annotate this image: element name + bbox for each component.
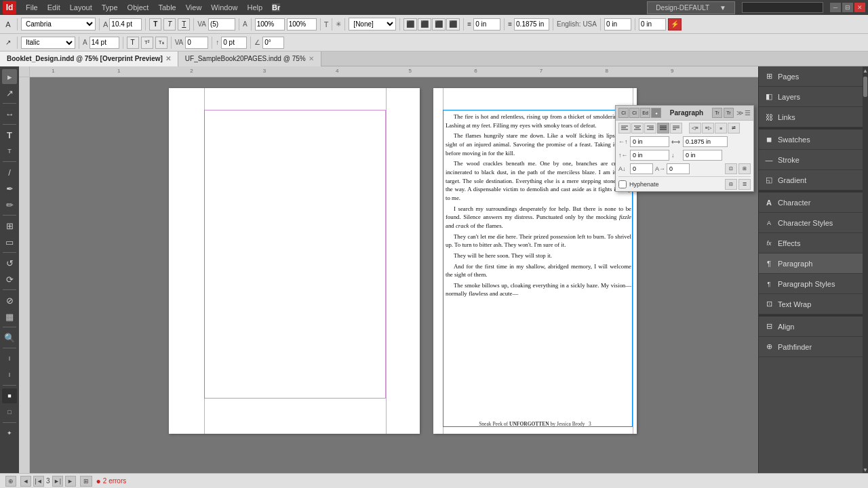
menu-type[interactable]: Type	[98, 2, 122, 13]
zoom-tool[interactable]: 🔍	[2, 330, 17, 345]
fill-color[interactable]: ■	[2, 388, 17, 403]
pp-tab-para[interactable]: ⬥	[651, 108, 661, 118]
skew-input[interactable]	[262, 37, 284, 49]
tracking2-input[interactable]	[185, 37, 208, 49]
align-balance-btn[interactable]: ⇌	[728, 123, 740, 134]
y-offset-input[interactable]	[639, 18, 666, 30]
design-mode-selector[interactable]: Design-DEFAULT ▼	[647, 1, 735, 14]
direct-select-tool[interactable]: ↗	[2, 85, 17, 100]
pp-expand-btn[interactable]: ≫	[736, 109, 743, 117]
pp-menu-btn[interactable]: ☰	[745, 109, 751, 117]
menu-file[interactable]: File	[22, 2, 42, 13]
pp-tab-ed[interactable]: Ed	[640, 108, 650, 118]
underline-button[interactable]: T	[178, 18, 190, 30]
close-button[interactable]: ✕	[854, 3, 865, 12]
restore-button[interactable]: ⊟	[842, 3, 853, 12]
panel-item-effects[interactable]: fx Effects	[759, 233, 868, 253]
menu-help[interactable]: Help	[243, 2, 267, 13]
gap-tool[interactable]: ↔	[2, 106, 17, 121]
style-selector[interactable]: Italic	[21, 37, 75, 49]
panel-item-pathfinder[interactable]: ⊕ Pathfinder	[759, 337, 868, 357]
menu-table[interactable]: Table	[154, 2, 180, 13]
panel-item-links[interactable]: ⛓ Links	[759, 107, 868, 127]
caps-btn[interactable]: T	[127, 37, 139, 49]
scale-tool[interactable]: ⟳	[2, 272, 17, 287]
baseline-input[interactable]	[221, 37, 247, 49]
scroll-thumb[interactable]	[863, 77, 867, 97]
menu-object[interactable]: Object	[123, 2, 153, 13]
br-button[interactable]: Br	[272, 3, 280, 12]
align-justify2-para-btn[interactable]	[670, 123, 682, 134]
scale-v-input[interactable]	[287, 18, 317, 30]
tracking-input[interactable]	[208, 18, 235, 30]
tab-uf-close[interactable]: ✕	[309, 55, 314, 62]
page-next-btn[interactable]: ►	[65, 476, 76, 487]
composer-btn-2[interactable]: ⊞	[738, 163, 751, 174]
font-selector[interactable]: Cambria	[21, 18, 96, 30]
align-justify-para-btn[interactable]	[657, 123, 669, 134]
panel-item-text-wrap[interactable]: ⊡ Text Wrap	[759, 294, 868, 314]
stroke-color[interactable]: □	[2, 405, 17, 420]
align-away-spine-btn[interactable]: ≡▷	[702, 123, 714, 134]
panel-item-character-styles[interactable]: A Character Styles	[759, 213, 868, 233]
align-left-btn[interactable]: ⬛	[403, 18, 417, 30]
space-before-input[interactable]	[514, 18, 549, 30]
align-center-btn[interactable]: ⬛	[418, 18, 431, 30]
drop-cap-lines[interactable]	[630, 163, 653, 174]
pen-tool[interactable]: ✒	[2, 181, 17, 196]
pp-option-btn-1[interactable]: ⊟	[725, 179, 737, 190]
text-frame-left[interactable]	[204, 110, 386, 399]
tab-uf[interactable]: UF_SampleBook20PAGES.indd @ 75% ✕	[178, 52, 321, 66]
bold-button[interactable]: T	[149, 18, 161, 30]
align-right-para-btn[interactable]	[644, 123, 656, 134]
pp-tab-cl2[interactable]: Cl	[629, 108, 639, 118]
pp-option-btn-2[interactable]: ☰	[738, 179, 751, 190]
composer-btn-1[interactable]: ⊡	[725, 163, 737, 174]
scroll-up-btn[interactable]: ▲	[863, 68, 868, 74]
frame-tool[interactable]: ⊞	[2, 218, 17, 233]
preview-mode-tool[interactable]: I	[2, 367, 17, 382]
indent-left-input[interactable]	[473, 18, 500, 30]
page-prev-btn[interactable]: ◄	[20, 476, 31, 487]
indent-left-input[interactable]	[630, 136, 669, 147]
line-tool[interactable]: /	[2, 165, 17, 180]
panel-item-character[interactable]: A Character	[759, 192, 868, 213]
status-preflight-btn[interactable]: ⊕	[5, 476, 16, 487]
hyphenate-checkbox[interactable]	[618, 180, 627, 188]
type-tool[interactable]: T	[2, 127, 17, 142]
pencil-tool[interactable]: ✏	[2, 197, 17, 212]
panel-item-swatches[interactable]: ◼ Swatches	[759, 129, 868, 150]
x-offset-input[interactable]	[604, 18, 631, 30]
align-left-para-btn[interactable]	[618, 123, 631, 134]
space-before-value[interactable]	[630, 150, 669, 161]
font-size-input[interactable]	[109, 18, 142, 30]
apply-color-btn[interactable]: ✦	[2, 426, 17, 441]
size2-input[interactable]	[90, 37, 119, 49]
align-center-para-btn[interactable]	[631, 123, 644, 134]
last-page-btn[interactable]: ►|	[52, 476, 63, 487]
menu-layout[interactable]: Layout	[66, 2, 96, 13]
menu-window[interactable]: Window	[207, 2, 241, 13]
gradient-tool[interactable]: ▦	[2, 309, 17, 324]
align-justify-all-btn[interactable]: ≡	[715, 123, 727, 134]
rotate-tool[interactable]: ↺	[2, 256, 17, 270]
errors-display[interactable]: ● 2 errors	[96, 476, 127, 486]
menu-edit[interactable]: Edit	[43, 2, 64, 13]
panel-item-stroke[interactable]: — Stroke	[759, 150, 868, 170]
eyedropper-tool[interactable]: ⊘	[2, 293, 17, 308]
search-input[interactable]	[742, 2, 823, 13]
pp-extra-tab2[interactable]: Tr	[724, 108, 734, 118]
panel-item-pages[interactable]: ⊞ Pages	[759, 66, 868, 87]
lightning-btn[interactable]: ⚡	[668, 18, 682, 30]
indent-right-input[interactable]	[683, 136, 728, 147]
italic-button[interactable]: T	[163, 18, 176, 30]
minimize-button[interactable]: ─	[830, 3, 841, 12]
panel-item-paragraph[interactable]: ¶ Paragraph	[759, 253, 868, 274]
pp-tab-cl1[interactable]: Cl	[618, 108, 629, 118]
panel-item-layers[interactable]: ◧ Layers	[759, 87, 868, 107]
subscript-btn[interactable]: T₂	[155, 37, 167, 49]
menu-view[interactable]: View	[182, 2, 206, 13]
normal-mode-tool[interactable]: I	[2, 351, 17, 366]
drop-cap-chars[interactable]	[667, 163, 690, 174]
baseline-selector[interactable]: [None]	[349, 18, 396, 30]
